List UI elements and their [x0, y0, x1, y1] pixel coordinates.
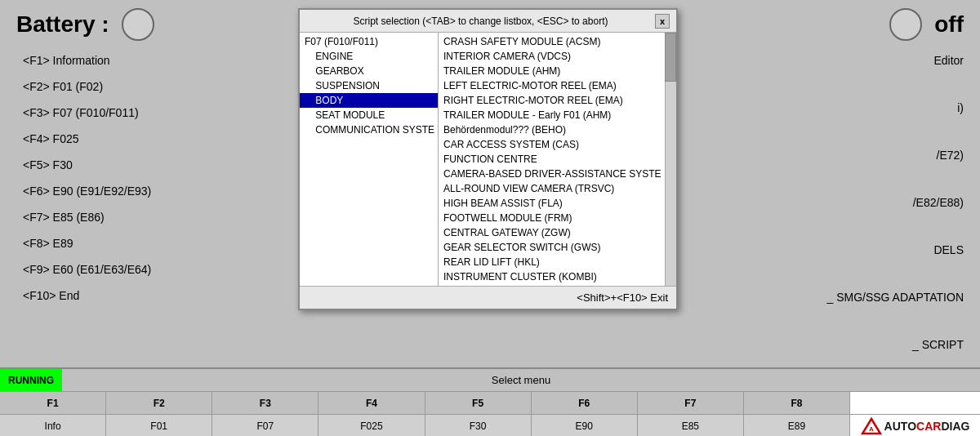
modal-right-item-kombi[interactable]: INSTRUMENT CLUSTER (KOMBI): [439, 269, 676, 284]
select-menu-label: Select menu: [62, 374, 980, 386]
fn-val-e90[interactable]: E90: [532, 415, 638, 436]
fn-key-f2: F2: [106, 392, 212, 414]
modal-left-item-gearbox[interactable]: GEARBOX: [300, 64, 438, 78]
modal-right-item-beho[interactable]: Behördenmodul??? (BEHO): [439, 122, 676, 137]
fn-key-f3: F3: [212, 392, 318, 414]
bottom-bar: RUNNING Select menu F1 F2 F3 F4 F5 F6 F7…: [0, 367, 980, 436]
modal-body: F07 (F010/F011) ENGINE GEARBOX SUSPENSIO…: [300, 33, 676, 286]
modal-right-item-camera-driver[interactable]: CAMERA-BASED DRIVER-ASSISTANCE SYSTE: [439, 167, 676, 181]
modal-right-item-gws[interactable]: GEAR SELECTOR SWITCH (GWS): [439, 240, 676, 255]
fn-key-f8: F8: [744, 392, 849, 414]
fn-labels-row: F1 F2 F3 F4 F5 F6 F7 F8: [0, 392, 980, 415]
modal-right-item-trsvc[interactable]: ALL-ROUND VIEW CAMERA (TRSVC): [439, 181, 676, 196]
modal-footer-right: <Shift>+<F10> Exit: [577, 291, 668, 304]
modal-titlebar: Script selection (<TAB> to change listbo…: [300, 10, 676, 33]
modal-left-item-f07[interactable]: F07 (F010/F011): [300, 34, 438, 49]
fn-val-f30[interactable]: F30: [425, 415, 532, 436]
modal-right-item-zgw[interactable]: CENTRAL GATEWAY (ZGW): [439, 225, 676, 240]
fn-val-f01[interactable]: F01: [106, 415, 212, 436]
scrollbar-track[interactable]: [665, 33, 676, 286]
modal-right-item-frm[interactable]: FOOTWELL MODULE (FRM): [439, 211, 676, 225]
scrollbar-thumb[interactable]: [665, 33, 676, 82]
logo-cell: [849, 392, 980, 414]
status-row: RUNNING Select menu: [0, 369, 980, 392]
modal-right-item-fla[interactable]: HIGH BEAM ASSIST (FLA): [439, 196, 676, 211]
modal-left-item-engine[interactable]: ENGINE: [300, 49, 438, 64]
modal-right-item-ahm-early[interactable]: TRAILER MODULE - Early F01 (AHM): [439, 108, 676, 122]
fn-val-info[interactable]: Info: [0, 415, 106, 436]
modal-footer: <Shift>+<F10> Exit: [300, 286, 676, 309]
fn-value-row: Info F01 F07 F025 F30 E90 E85 E89 A AUTO…: [0, 415, 980, 436]
modal-left-item-suspension[interactable]: SUSPENSION: [300, 78, 438, 93]
fn-val-e89[interactable]: E89: [744, 415, 849, 436]
modal-right-item-ema-right[interactable]: RIGHT ELECTRIC-MOTOR REEL (EMA): [439, 93, 676, 108]
modal-right-item-ema-left[interactable]: LEFT ELECTRIC-MOTOR REEL (EMA): [439, 78, 676, 93]
modal-right-list[interactable]: CRASH SAFETY MODULE (ACSM) INTERIOR CAME…: [439, 33, 676, 286]
modal-right-item-jbbf[interactable]: JUNCTION BOX ELECTRONICS (JBBF): [439, 284, 676, 286]
modal-right-item-vdcs[interactable]: INTERIOR CAMERA (VDCS): [439, 49, 676, 64]
modal-dialog: Script selection (<TAB> to change listbo…: [298, 8, 678, 310]
fn-key-f5: F5: [425, 392, 532, 414]
modal-right-item-hkl[interactable]: REAR LID LIFT (HKL): [439, 255, 676, 269]
autocar-logo-icon: A: [861, 417, 882, 435]
fn-val-f025[interactable]: F025: [318, 415, 425, 436]
fn-key-f1: F1: [0, 392, 106, 414]
modal-right-item-acsm[interactable]: CRASH SAFETY MODULE (ACSM): [439, 34, 676, 49]
modal-right-item-cas[interactable]: CAR ACCESS SYSTEM (CAS): [439, 137, 676, 152]
modal-left-item-seat-module[interactable]: SEAT MODULE: [300, 108, 438, 122]
fn-val-e85[interactable]: E85: [638, 415, 744, 436]
modal-left-item-body[interactable]: BODY: [300, 93, 438, 108]
fn-key-f7: F7: [638, 392, 744, 414]
modal-left-item-comm-syste[interactable]: COMMUNICATION SYSTE: [300, 122, 438, 137]
logo-area: A AUTOCARDIAG: [849, 415, 980, 436]
running-badge: RUNNING: [0, 369, 62, 391]
modal-right-item-function-centre[interactable]: FUNCTION CENTRE: [439, 152, 676, 167]
fn-key-f6: F6: [532, 392, 638, 414]
fn-val-f07[interactable]: F07: [212, 415, 318, 436]
modal-overlay: Script selection (<TAB> to change listbo…: [0, 0, 980, 367]
svg-text:A: A: [869, 425, 874, 433]
modal-close-button[interactable]: x: [655, 14, 670, 29]
modal-title: Script selection (<TAB> to change listbo…: [306, 16, 655, 27]
main-area: Battery : off <F1> Information <F2> F01 …: [0, 0, 980, 367]
logo-text: AUTOCARDIAG: [884, 420, 970, 433]
fn-key-f4: F4: [318, 392, 425, 414]
modal-right-item-ahm1[interactable]: TRAILER MODULE (AHM): [439, 64, 676, 78]
modal-left-list[interactable]: F07 (F010/F011) ENGINE GEARBOX SUSPENSIO…: [300, 33, 439, 286]
